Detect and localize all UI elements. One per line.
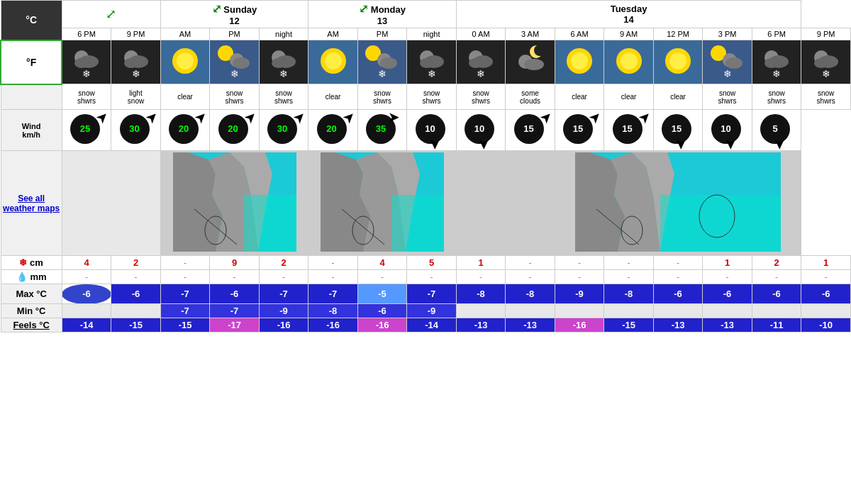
- expand-icon-sat[interactable]: ⤢: [106, 7, 116, 21]
- expand-icon-mon[interactable]: ⤢: [359, 3, 368, 15]
- svg-text:❄: ❄: [428, 68, 436, 79]
- weather-icon-3: ❄: [210, 40, 260, 84]
- svg-text:❄: ❄: [477, 68, 485, 79]
- svg-point-37: [571, 52, 588, 69]
- see-all-maps-link[interactable]: See all weather maps: [3, 194, 60, 213]
- feels-15: -10: [801, 318, 851, 332]
- max-1: -6: [111, 284, 161, 304]
- max-label: Max °C: [1, 284, 62, 304]
- sunday-header: ⤢ Sunday 12: [160, 1, 308, 28]
- fahrenheit-toggle[interactable]: °F: [1, 40, 62, 84]
- wind-3: 20 ➤: [210, 110, 260, 151]
- svg-point-16: [272, 58, 286, 68]
- min-3: -7: [210, 304, 260, 318]
- weather-icon-11: [604, 40, 654, 84]
- svg-point-9: [177, 52, 194, 69]
- svg-point-6: [124, 58, 138, 68]
- map-row: See all weather maps: [1, 151, 851, 256]
- time-mon-night: night: [407, 28, 457, 40]
- feels-6: -16: [357, 318, 407, 332]
- svg-rect-61: [391, 195, 444, 252]
- map-sunday[interactable]: [160, 151, 308, 256]
- max-9: -8: [506, 284, 555, 304]
- weather-icon-6: ❄: [357, 40, 407, 84]
- weather-icon-4: ❄: [259, 40, 308, 84]
- max-14: -6: [752, 284, 801, 304]
- weather-icon-10: [555, 40, 604, 84]
- time-sun-night: night: [259, 28, 308, 40]
- max-12: -6: [653, 284, 703, 304]
- max-13: -6: [703, 284, 752, 304]
- desc-label: [1, 84, 62, 110]
- rain-9: -: [506, 270, 555, 284]
- svg-point-39: [621, 52, 638, 69]
- sunday-num: 12: [229, 16, 239, 26]
- snow-1: 2: [111, 256, 161, 270]
- desc-6: snowshwrs: [357, 84, 407, 110]
- svg-point-41: [669, 52, 686, 69]
- min-4: -9: [259, 304, 308, 318]
- min-5: -8: [308, 304, 358, 318]
- feels-1: -15: [111, 318, 161, 332]
- snow-12: -: [653, 256, 703, 270]
- svg-point-52: [814, 58, 828, 68]
- max-6: -5: [357, 284, 407, 304]
- max-10: -9: [555, 284, 604, 304]
- weather-icon-5: [308, 40, 358, 84]
- svg-text:❄: ❄: [132, 68, 140, 79]
- svg-point-33: [534, 45, 545, 56]
- celsius-toggle[interactable]: °C: [1, 1, 62, 40]
- desc-row: snowshwrs lightsnow clear snowshwrs snow…: [1, 84, 851, 110]
- time-9pm: 9 PM: [111, 28, 161, 40]
- rain-13: -: [703, 270, 752, 284]
- min-15: [801, 304, 851, 318]
- svg-rect-66: [660, 195, 781, 252]
- snow-4: 2: [259, 256, 308, 270]
- celsius-label: °C: [26, 14, 37, 26]
- rain-2: -: [160, 270, 210, 284]
- weather-icon-1: ❄: [111, 40, 161, 84]
- feels-13: -13: [703, 318, 752, 332]
- feels-4: -16: [259, 318, 308, 332]
- max-8: -8: [456, 284, 506, 304]
- rain-3: -: [210, 270, 260, 284]
- rain-10: -: [555, 270, 604, 284]
- rain-row: 💧 mm - - - - - - - - - - - - - - - -: [1, 270, 851, 284]
- desc-2: clear: [160, 84, 210, 110]
- feels-5: -16: [308, 318, 358, 332]
- weather-icon-15: ❄: [801, 40, 851, 84]
- svg-text:❄: ❄: [822, 68, 830, 79]
- snow-15: 1: [801, 256, 851, 270]
- desc-5: clear: [308, 84, 358, 110]
- wind-11: 15 ➤: [604, 110, 654, 151]
- min-12: [653, 304, 703, 318]
- snow-14: 2: [752, 256, 801, 270]
- snow-label: ❄ cm: [1, 256, 62, 270]
- svg-text:❄: ❄: [279, 68, 288, 79]
- min-6: -6: [357, 304, 407, 318]
- time-9am: 9 AM: [604, 28, 654, 40]
- tuesday-num: 14: [623, 14, 633, 25]
- rain-5: -: [308, 270, 358, 284]
- feels-9: -13: [506, 318, 555, 332]
- map-monday[interactable]: [308, 151, 457, 256]
- rain-15: -: [801, 270, 851, 284]
- see-all-maps-cell[interactable]: See all weather maps: [1, 151, 62, 256]
- time-6pm2: 6 PM: [752, 28, 801, 40]
- wind-14: 5 ➤: [752, 110, 801, 151]
- min-1: [111, 304, 161, 318]
- fahrenheit-label: °F: [26, 57, 36, 68]
- min-label: Min °C: [1, 304, 62, 318]
- snow-row: ❄ cm 4 2 - 9 2 - 4 5 1 - - - - 1 2 1: [1, 256, 851, 270]
- feels-8: -13: [456, 318, 506, 332]
- monday-label: Monday: [371, 4, 406, 15]
- desc-1: lightsnow: [111, 84, 161, 110]
- weather-icon-0: ❄: [62, 40, 111, 84]
- weather-icon-9: [506, 40, 555, 84]
- svg-point-19: [325, 52, 342, 69]
- time-mon-pm: PM: [357, 28, 407, 40]
- map-tuesday[interactable]: [555, 151, 801, 256]
- rain-7: -: [407, 270, 457, 284]
- max-5: -7: [308, 284, 358, 304]
- expand-icon-sun[interactable]: ⤢: [212, 3, 221, 15]
